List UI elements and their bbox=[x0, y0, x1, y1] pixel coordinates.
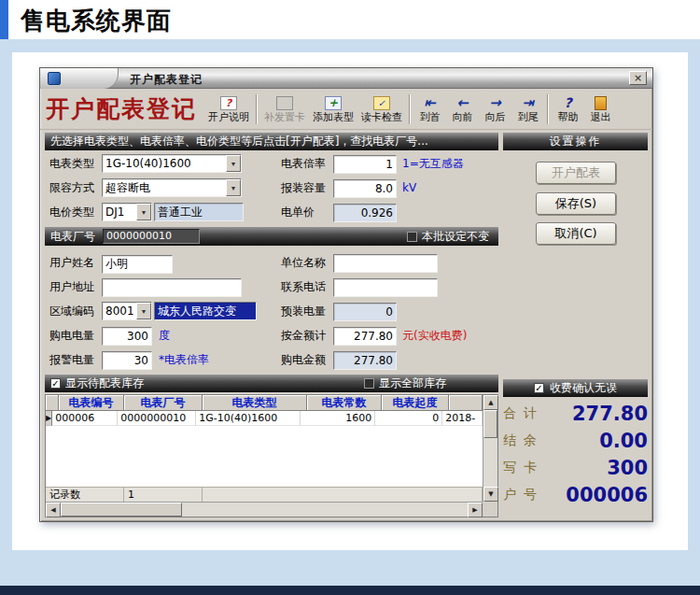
cancel-button[interactable]: 取消(C) bbox=[536, 222, 616, 245]
toolbar-button-next[interactable]: → 向后 bbox=[479, 91, 511, 128]
cell-date: 2018- bbox=[442, 411, 483, 426]
close-button[interactable]: × bbox=[629, 71, 647, 85]
summary-total-label: 合计 bbox=[503, 405, 544, 422]
accent-bar bbox=[0, 0, 8, 39]
toolbar-button-add-meter-type[interactable]: + 添加表型 bbox=[309, 91, 357, 128]
scroll-up-icon[interactable]: ▲ bbox=[483, 395, 498, 410]
limit-mode-combo[interactable]: ▼ bbox=[102, 178, 242, 197]
factory-number-value: 0000000010 bbox=[103, 229, 200, 244]
vertical-scroll-track[interactable] bbox=[483, 438, 497, 487]
show-pending-stock-checkbox[interactable]: ✓ bbox=[50, 378, 61, 389]
limit-mode-dropdown-button[interactable]: ▼ bbox=[226, 179, 241, 196]
phone-field bbox=[333, 277, 438, 296]
grid-header-constant[interactable]: 电表常数 bbox=[307, 395, 382, 411]
capacity-unit: kV bbox=[402, 178, 416, 197]
show-pending-stock-group[interactable]: ✓ 显示待配表库存 bbox=[50, 375, 144, 391]
show-all-stock-checkbox[interactable] bbox=[364, 378, 374, 389]
toolbar-separator bbox=[547, 94, 549, 124]
fee-confirm-bar: ✓ 收费确认无误 bbox=[503, 379, 648, 397]
toolbar-heading: 开户配表登记 bbox=[46, 93, 197, 124]
fee-confirm-label: 收费确认无误 bbox=[550, 380, 617, 396]
toolbar-button-exit[interactable]: 退出 bbox=[584, 91, 617, 128]
toolbar-button-last[interactable]: ⇥ 到尾 bbox=[511, 91, 544, 128]
preset-energy-value bbox=[333, 303, 397, 321]
save-button[interactable]: 保存(S) bbox=[536, 192, 616, 215]
fee-confirm-checkbox[interactable]: ✓ bbox=[534, 383, 544, 393]
scroll-right-icon[interactable]: ▶ bbox=[468, 503, 483, 517]
grid-header-selector bbox=[46, 395, 59, 411]
app-logo-icon bbox=[48, 72, 61, 85]
price-type-dropdown-button[interactable]: ▼ bbox=[136, 204, 151, 220]
grid-footer-filler bbox=[203, 487, 483, 502]
area-code-dropdown-button[interactable]: ▼ bbox=[136, 303, 151, 319]
factory-number-bar: 电表厂号 0000000010 本批设定不变 bbox=[45, 227, 498, 246]
purchase-amount-field bbox=[333, 350, 397, 369]
cell-meter-no: 000006 bbox=[52, 411, 118, 426]
toolbar-button-first[interactable]: ⇤ 到首 bbox=[413, 91, 446, 128]
open-assign-meter-button[interactable]: 开户配表 bbox=[536, 162, 616, 184]
horizontal-scroll-thumb[interactable] bbox=[61, 503, 182, 517]
user-name-field bbox=[102, 253, 173, 272]
meter-type-dropdown-button[interactable]: ▼ bbox=[226, 155, 241, 172]
grid-header-start-reading[interactable]: 电表起度 bbox=[382, 395, 449, 411]
grid-horizontal-scrollbar[interactable]: ◀ ▶ bbox=[46, 502, 483, 517]
alarm-energy-hint: *电表倍率 bbox=[159, 350, 209, 369]
purchase-energy-input[interactable] bbox=[102, 327, 152, 346]
phone-input[interactable] bbox=[333, 278, 438, 297]
capacity-input[interactable] bbox=[333, 179, 397, 198]
meter-type-input[interactable] bbox=[103, 155, 226, 172]
toolbar: 开户配表登记 ? 开户说明 补发置卡 + 添加表型 ✓ 读卡检查 ⇤ 到首 bbox=[40, 89, 652, 130]
vertical-scroll-thumb[interactable] bbox=[483, 410, 497, 438]
preset-energy-field bbox=[333, 302, 397, 320]
toolbar-button-help[interactable]: ? 帮助 bbox=[552, 91, 584, 128]
purchase-energy-field bbox=[102, 326, 152, 345]
meter-ratio-input[interactable] bbox=[333, 155, 397, 174]
org-name-field bbox=[333, 253, 438, 272]
org-name-label: 单位名称 bbox=[281, 253, 326, 272]
horizontal-scroll-track[interactable] bbox=[182, 503, 468, 517]
chevron-down-icon: ▼ bbox=[141, 308, 147, 315]
limit-mode-input[interactable] bbox=[103, 179, 226, 196]
toolbar-button-account-help[interactable]: ? 开户说明 bbox=[204, 91, 253, 128]
show-all-stock-group[interactable]: 显示全部库存 bbox=[364, 375, 446, 391]
meter-stock-grid: 电表编号 电表厂号 电表类型 电表常数 电表起度 ▶ 000006 000000… bbox=[45, 394, 498, 517]
table-row[interactable]: ▶ 000006 0000000010 1G-10(40)1600 1600 0… bbox=[46, 411, 483, 426]
toolbar-button-read-card-check[interactable]: ✓ 读卡检查 bbox=[357, 91, 406, 128]
area-code-combo[interactable]: ▼ bbox=[102, 302, 152, 320]
grid-header-row: 电表编号 电表厂号 电表类型 电表常数 电表起度 bbox=[46, 395, 483, 411]
toolbar-separator bbox=[256, 94, 258, 124]
capacity-field bbox=[333, 178, 397, 197]
meter-ratio-hint: 1=无互感器 bbox=[402, 154, 464, 173]
prev-record-icon: ← bbox=[455, 96, 471, 110]
summary-write-card-value: 300 bbox=[607, 457, 648, 479]
purchase-amount-value bbox=[333, 351, 397, 370]
card-check-icon: ✓ bbox=[373, 96, 390, 110]
close-icon: × bbox=[634, 72, 642, 84]
factory-number-label: 电表厂号 bbox=[50, 229, 95, 245]
address-input[interactable] bbox=[102, 278, 242, 297]
grid-header-factory-no[interactable]: 电表厂号 bbox=[124, 395, 203, 411]
window-titlebar[interactable]: 开户配表登记 × bbox=[40, 68, 652, 89]
batch-keep-checkbox-group[interactable]: 本批设定不变 bbox=[407, 229, 489, 245]
cell-meter-type: 1G-10(40)1600 bbox=[196, 411, 301, 426]
batch-keep-checkbox[interactable] bbox=[407, 232, 417, 242]
by-amount-input[interactable] bbox=[333, 327, 397, 346]
scroll-down-icon[interactable]: ▼ bbox=[483, 487, 498, 502]
alarm-energy-label: 报警电量 bbox=[49, 350, 94, 369]
area-code-input[interactable] bbox=[103, 303, 136, 319]
org-name-input[interactable] bbox=[333, 254, 438, 273]
toolbar-button-prev[interactable]: ← 向前 bbox=[446, 91, 479, 128]
user-name-input[interactable] bbox=[102, 255, 173, 274]
grid-header-meter-no[interactable]: 电表编号 bbox=[59, 395, 124, 411]
meter-type-combo[interactable]: ▼ bbox=[102, 154, 242, 173]
price-type-combo[interactable]: ▼ bbox=[102, 203, 152, 221]
toolbar-button-reissue-card[interactable]: 补发置卡 bbox=[260, 91, 309, 128]
purchase-energy-label: 购电电量 bbox=[49, 326, 94, 345]
price-type-input[interactable] bbox=[103, 204, 136, 220]
alarm-energy-input[interactable] bbox=[102, 351, 152, 370]
grid-header-meter-type[interactable]: 电表类型 bbox=[203, 395, 307, 411]
scroll-left-icon[interactable]: ◀ bbox=[46, 503, 61, 517]
user-name-label: 用户姓名 bbox=[49, 253, 94, 272]
grid-vertical-scrollbar[interactable]: ▲ ▼ bbox=[483, 395, 497, 502]
page-title: 售电系统界面 bbox=[21, 5, 172, 37]
